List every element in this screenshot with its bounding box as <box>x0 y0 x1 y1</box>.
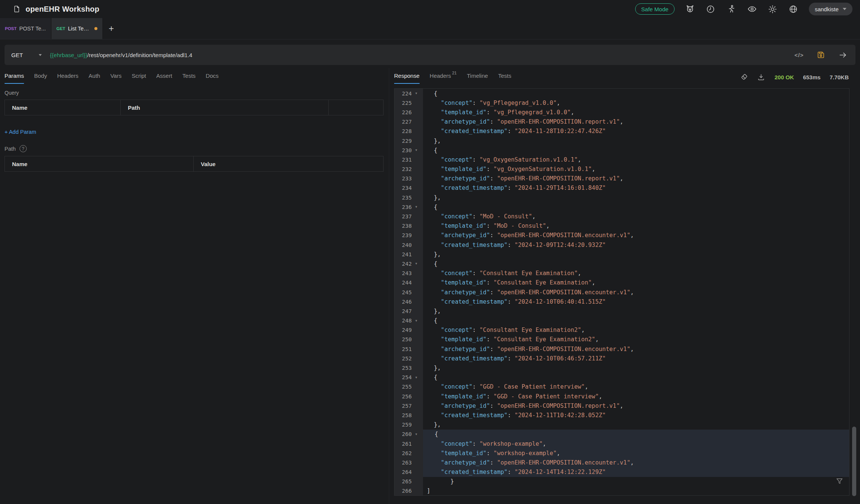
gear-icon[interactable] <box>767 4 778 14</box>
code-text[interactable]: "created_timestamp": "2024-12-09T12:44:2… <box>423 240 849 250</box>
code-text[interactable]: { <box>423 202 849 212</box>
request-tab-vars[interactable]: Vars <box>110 73 121 84</box>
code-text[interactable]: "concept": "GGD - Case Patient interview… <box>423 382 849 392</box>
code-text[interactable]: "archetype_id": "openEHR-EHR-COMPOSITION… <box>423 117 849 127</box>
new-tab-button[interactable]: + <box>103 18 120 39</box>
code-text[interactable]: }, <box>423 136 849 145</box>
url-input[interactable]: {{ehrbase_url}}/rest/openehr/v1/definiti… <box>50 52 193 58</box>
response-tab-headers[interactable]: Headers21 <box>430 73 457 84</box>
code-text[interactable]: "created_timestamp": "2024-12-11T10:42:2… <box>423 410 849 420</box>
code-text[interactable]: { <box>423 373 849 382</box>
request-tab-assert[interactable]: Assert <box>156 73 173 84</box>
code-text[interactable]: "archetype_id": "openEHR-EHR-COMPOSITION… <box>423 288 849 297</box>
add-param-button[interactable]: + Add Param <box>5 129 36 135</box>
code-text[interactable]: "archetype_id": "openEHR-EHR-COMPOSITION… <box>423 458 849 467</box>
code-text[interactable]: { <box>423 145 849 155</box>
eraser-icon[interactable] <box>740 73 749 82</box>
filter-icon[interactable] <box>835 477 844 486</box>
code-text[interactable]: "concept": "Consultant Eye Examination", <box>423 269 849 278</box>
line-number: 237 <box>394 213 412 219</box>
code-text[interactable]: "archetype_id": "openEHR-EHR-COMPOSITION… <box>423 401 849 410</box>
fold-toggle[interactable]: ▼ <box>412 148 421 152</box>
code-text[interactable]: }, <box>423 250 849 259</box>
code-line: 259 }, <box>394 420 849 430</box>
code-text[interactable]: { <box>423 89 849 98</box>
fold-toggle[interactable]: ▼ <box>412 205 421 209</box>
response-tab-tests[interactable]: Tests <box>498 73 511 84</box>
line-number: 230 <box>394 147 412 153</box>
response-tab-timeline[interactable]: Timeline <box>467 73 488 84</box>
code-icon[interactable]: </> <box>794 50 804 60</box>
code-text[interactable]: }, <box>423 306 849 316</box>
code-line: 231 "concept": "vg_OxygenSaturation.v1.0… <box>394 155 849 164</box>
code-text[interactable]: "template_id": "Consultant Eye Examinati… <box>423 335 849 344</box>
gutter: 238 <box>394 221 423 231</box>
code-text[interactable]: "template_id": "vg_OxygenSaturation.v1.0… <box>423 165 849 174</box>
code-text[interactable]: "template_id": "workshop-example", <box>423 448 849 458</box>
send-icon[interactable] <box>837 50 848 60</box>
code-text[interactable]: "concept": "vg_Pflegegrad_v1.0.0", <box>423 98 849 107</box>
code-text[interactable]: "created_timestamp": "2024-12-10T06:46:5… <box>423 354 849 363</box>
code-text[interactable]: "concept": "Consultant Eye Examination2"… <box>423 325 849 335</box>
code-text[interactable]: "archetype_id": "openEHR-EHR-COMPOSITION… <box>423 174 849 183</box>
code-text[interactable]: "concept": "MoD - Consult", <box>423 212 849 221</box>
request-tab-body[interactable]: Body <box>34 73 47 84</box>
scrollbar-thumb[interactable] <box>852 427 856 496</box>
fold-toggle[interactable]: ▼ <box>412 433 421 436</box>
save-icon[interactable] <box>816 50 826 60</box>
line-number: 246 <box>394 299 412 305</box>
request-tab-get[interactable]: GETList Templ... <box>52 18 102 39</box>
download-icon[interactable] <box>757 73 766 82</box>
account-menu[interactable]: sandkiste <box>809 3 852 15</box>
code-text[interactable]: "created_timestamp": "2024-11-28T10:22:4… <box>423 127 849 136</box>
dog-icon[interactable] <box>685 4 695 14</box>
code-text[interactable]: "template_id": "MoD - Consult", <box>423 221 849 231</box>
code-text[interactable]: "archetype_id": "openEHR-EHR-COMPOSITION… <box>423 231 849 240</box>
code-text[interactable]: } <box>423 477 849 486</box>
code-text[interactable]: { <box>423 316 849 325</box>
code-text[interactable]: "created_timestamp": "2024-12-14T14:12:2… <box>423 468 849 477</box>
code-text[interactable]: }, <box>423 193 849 202</box>
code-line: 224▼ { <box>394 89 849 98</box>
column-header-empty <box>329 100 383 115</box>
column-header-value: Value <box>194 156 383 171</box>
eye-icon[interactable] <box>747 4 757 14</box>
runner-icon[interactable] <box>726 4 737 14</box>
request-tab-headers[interactable]: Headers <box>57 73 79 84</box>
code-text[interactable]: }, <box>423 420 849 430</box>
code-text[interactable]: { <box>423 259 849 268</box>
fold-toggle[interactable]: ▼ <box>412 376 421 379</box>
request-tab-params[interactable]: Params <box>5 73 24 84</box>
request-tab-docs[interactable]: Docs <box>206 73 218 84</box>
method-select[interactable]: GET <box>11 52 42 58</box>
line-number: 238 <box>394 223 412 229</box>
code-line: 229 }, <box>394 136 849 145</box>
fold-toggle[interactable]: ▼ <box>412 92 421 95</box>
code-line: 257 "archetype_id": "openEHR-EHR-COMPOSI… <box>394 401 849 410</box>
code-text[interactable]: "created_timestamp": "2024-11-29T14:16:0… <box>423 183 849 193</box>
code-text[interactable]: ] <box>423 486 849 496</box>
code-text[interactable]: "concept": "workshop-example", <box>423 439 849 448</box>
fold-toggle[interactable]: ▼ <box>412 319 421 322</box>
response-tab-response[interactable]: Response <box>394 73 420 84</box>
line-number: 244 <box>394 280 412 286</box>
code-text[interactable]: "concept": "vg_OxygenSaturation.v1.0.1", <box>423 155 849 164</box>
request-subtabs: ParamsBodyHeadersAuthVarsScriptAssertTes… <box>5 73 384 84</box>
request-tab-post[interactable]: POSTPOST Te... <box>0 18 51 39</box>
request-tab-script[interactable]: Script <box>132 73 146 84</box>
code-text[interactable]: "archetype_id": "openEHR-EHR-COMPOSITION… <box>423 344 849 354</box>
code-text[interactable]: "template_id": "Consultant Eye Examinati… <box>423 278 849 288</box>
code-text[interactable]: "created_timestamp": "2024-12-10T06:40:4… <box>423 297 849 306</box>
code-text[interactable]: "template_id": "GGD - Case Patient inter… <box>423 392 849 401</box>
request-tab-tests[interactable]: Tests <box>182 73 196 84</box>
tab-label: Body <box>34 73 47 79</box>
history-icon[interactable] <box>705 4 716 14</box>
code-text[interactable]: { <box>423 430 849 439</box>
fold-toggle[interactable]: ▼ <box>412 262 421 265</box>
globe-icon[interactable] <box>788 4 799 14</box>
code-line: 240 "created_timestamp": "2024-12-09T12:… <box>394 240 849 250</box>
request-tab-auth[interactable]: Auth <box>89 73 100 84</box>
code-text[interactable]: "template_id": "vg_Pflegegrad_v1.0.0", <box>423 107 849 117</box>
code-line: 228 "created_timestamp": "2024-11-28T10:… <box>394 127 849 136</box>
code-text[interactable]: }, <box>423 363 849 372</box>
